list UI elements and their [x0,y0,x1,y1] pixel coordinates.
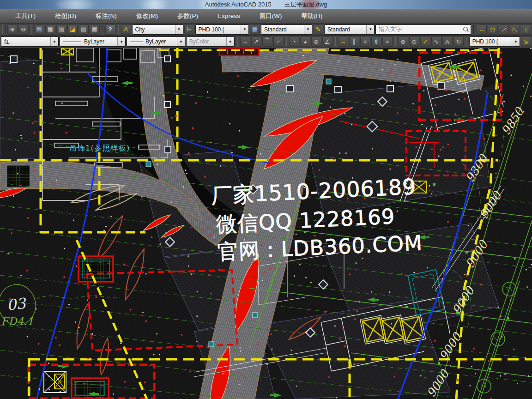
chevron-down-icon[interactable]: ▼ [366,25,374,34]
dim-aligned-icon[interactable]: ↗ [251,36,261,47]
mleader-style-combo[interactable]: Standard ▼ [324,24,375,35]
layer-walk-icon[interactable]: ▧ [79,24,89,35]
menu-item-5[interactable]: 参数(P) [168,9,208,23]
linetype-combo[interactable]: ByLayer ▼ [60,36,126,47]
hanging-note-label: 吊饰1(参照样板) [69,144,130,152]
mleader-style-icon[interactable]: ✎ [313,24,323,35]
dim-inspect-icon[interactable]: ✓ [420,36,430,47]
layer-states-icon[interactable]: ▦ [45,24,55,35]
chevron-down-icon[interactable]: ▼ [241,25,248,34]
dim-ordinate-icon[interactable]: ⌐ [273,36,284,47]
dim-style-value2: PHD 100 ( [472,38,498,45]
dim-angular2-icon[interactable]: ∠ [322,36,332,47]
text-style-value: City [135,26,145,33]
linetype-glyph [63,42,81,42]
toolbar-grip[interactable] [2,25,6,34]
center-mark-icon[interactable]: ⊙ [409,36,419,47]
dim-break-icon[interactable]: × [382,36,393,47]
menu-item-2[interactable]: 绘图(D) [45,9,86,23]
dim-arc-icon[interactable]: ◿ [499,24,509,35]
dim-arc-length-icon[interactable]: ⌒ [262,36,272,47]
dim-diameter-icon[interactable]: ⊘ [311,36,321,47]
toolbar-properties: 红 ▼ ByLayer ▼ ByLayer ▼ ByColor ▼ ↔↗⌒⌐◔◕… [0,36,532,48]
menu-bar: 工具(T)绘图(D)标注(N)修改(M)参数(P)Express窗口(W)帮助(… [0,9,532,24]
dim-style-value: PHD 100 ( [199,26,224,33]
plotstyle-value: ByColor [189,38,209,45]
dim-update-icon[interactable]: ↻ [453,36,464,47]
dim-style-apply-icon[interactable]: ⇲ [521,36,531,47]
chevron-down-icon[interactable]: ▼ [512,37,520,46]
tolerance-icon[interactable]: ⊕ [398,36,408,47]
text-search-input[interactable]: 输入文字 [375,24,471,35]
menu-item-7[interactable]: 窗口(W) [250,9,292,23]
lineweight-glyph [130,42,143,42]
plotstyle-combo: ByColor ▼ [186,36,235,47]
document-title: 三层平面图.dwg [284,1,327,8]
layer-list-icon[interactable]: ▥ [56,24,66,35]
dim-jogged-icon[interactable]: ◕ [300,36,310,47]
chevron-down-icon[interactable]: ▼ [117,37,125,46]
drawing-viewport[interactable]: 吊饰1(参照样板) 03 FD4.1 9850 9300 9000 9000 9… [0,48,532,399]
quickcalc-icon[interactable]: ▦ [90,24,100,35]
toolbar-styles: ⊕⊖▤▦▥◪▧▦? A City ▼ ⊢ PHD 100 ( ▼ ▦ Stand… [0,24,532,36]
toolbar-separator [31,25,32,34]
toolbar-separator [286,37,287,46]
dim-linear-icon[interactable]: ↔ [240,36,250,47]
dim-linear-icon[interactable]: ↔ [477,24,487,35]
layer-make-current-icon[interactable]: ◪ [67,24,78,35]
chevron-down-icon[interactable]: ▼ [175,25,183,34]
layer-properties-icon[interactable]: ▤ [34,24,44,35]
search-icon[interactable] [463,26,469,32]
quick-dimension-icon[interactable]: ⇔ [338,36,348,47]
chevron-down-icon[interactable]: ▼ [177,37,185,46]
dim-continue-icon[interactable]: ∥ [349,36,359,47]
zoom-window-icon[interactable]: ⊕ [7,24,18,35]
dim-style-combo2[interactable]: PHD 100 ( ▼ [469,36,520,47]
menu-item-3[interactable]: 标注(N) [86,9,127,23]
cloud-number-label: 03 [6,295,28,314]
dim-radius-icon[interactable]: ◔ [289,36,299,47]
table-style-icon[interactable]: ▦ [250,24,260,35]
lineweight-combo[interactable]: ByLayer ▼ [127,36,185,47]
dim-style-combo[interactable]: PHD 100 ( ▼ [195,24,249,35]
dim-angular-icon[interactable]: ◷ [488,24,498,35]
chevron-down-icon[interactable]: ▼ [50,37,58,46]
cloud-code-label: FD4.1 [1,315,34,327]
table-style-value: Standard [264,26,287,33]
dim-baseline-icon[interactable]: ≡ [360,36,370,47]
chevron-down-icon: ▼ [226,37,234,46]
watermark: 厂家1510-2006189 微信QQ 1228169 官网：LDB360.CO… [211,174,423,265]
drawing-canvas[interactable]: 吊饰1(参照样板) 03 FD4.1 9850 9300 9000 9000 9… [0,48,532,399]
window-title: Autodesk AutoCAD 2015三层平面图.dwg [0,0,532,9]
text-style-icon[interactable]: A [121,24,131,35]
menu-item-8[interactable]: 帮助(H) [292,9,332,23]
toolbar-separator [466,37,467,46]
linetype-value: ByLayer [84,38,104,45]
text-search-placeholder: 输入文字 [379,25,402,33]
menu-item-1[interactable]: 工具(T) [6,9,45,23]
menu-item-6[interactable]: Express [208,9,250,23]
dim-style-icon[interactable]: ⊢ [184,24,194,35]
chevron-down-icon[interactable]: ▼ [304,25,312,34]
dim-text-edit-icon[interactable]: A [442,36,453,47]
autocad-window: Autodesk AutoCAD 2015三层平面图.dwg 工具(T)绘图(D… [0,0,532,399]
text-style-combo[interactable]: City ▼ [132,24,183,35]
title-bar[interactable]: Autodesk AutoCAD 2015三层平面图.dwg [0,0,532,9]
mleader-style-value: Standard [327,26,350,33]
table-style-combo[interactable]: Standard ▼ [261,24,312,35]
help-icon[interactable]: ? [105,24,115,35]
dim-slope-icon[interactable]: ◺ [510,24,520,35]
dim-jog-line-icon[interactable]: ∿ [431,36,441,47]
elevator-box-bottomleft [44,371,66,393]
layer-combo[interactable]: 红 ▼ [1,36,59,47]
zoom-object-icon[interactable]: ⊖ [18,24,29,35]
toolbar-separator [237,37,238,46]
toolbar-separator [395,37,396,46]
menu-item-4[interactable]: 修改(M) [127,9,168,23]
toolbar-separator [118,25,119,34]
dim-spacing-icon[interactable]: ⇕ [371,36,381,47]
toolbar-separator [473,25,474,34]
app-title: Autodesk AutoCAD 2015 [205,1,272,8]
layer-value: 红 [4,38,10,46]
dim-cylinder-icon[interactable]: ▯ [521,24,531,35]
